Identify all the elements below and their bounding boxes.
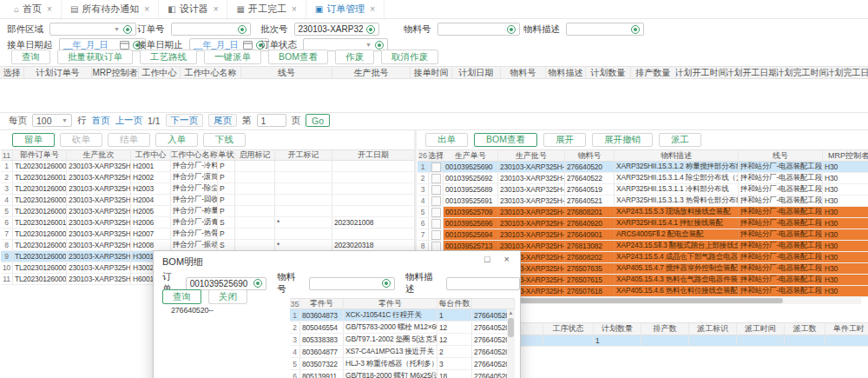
row-checkbox[interactable]	[431, 185, 441, 195]
modal-title: BOM明细	[162, 255, 203, 269]
close-icon[interactable]: ×	[504, 254, 510, 264]
modal-material-desc-input[interactable]	[446, 277, 520, 290]
per-page-select[interactable]: 100 ▼	[32, 114, 72, 127]
prev-page-link[interactable]: 上一页	[115, 115, 143, 127]
clear-icon[interactable]	[631, 25, 640, 34]
scroll-up-icon[interactable]: ▲	[509, 309, 514, 317]
table-row[interactable]: 7 TL202301260004 230103-XARP325H-1/3 H20…	[1, 229, 415, 240]
table-row[interactable]: 1 803604873 XCK-J10541C 行程开关 1 276640520	[290, 309, 515, 322]
clear-icon[interactable]	[507, 25, 516, 34]
cell-material-no: 276808202	[565, 252, 615, 262]
table-row[interactable]: 2 001039525692 230103-XARP325H-1/3 27664…	[418, 173, 868, 184]
nav-tab[interactable]: ▤ 所有待办通知 ×	[62, 0, 159, 18]
toolbar-button[interactable]: 一键派单	[204, 50, 261, 64]
toolbar-button[interactable]: 作废	[335, 50, 374, 64]
modal-close-button[interactable]: 关闭	[208, 289, 247, 304]
area-select[interactable]: ▼	[49, 23, 136, 36]
go-button[interactable]: Go	[306, 114, 330, 127]
left-action-button[interactable]: 下线	[203, 133, 246, 147]
left-action-button[interactable]: 结单	[108, 133, 150, 147]
maximize-icon[interactable]: □	[484, 254, 490, 264]
vertical-scrollbar[interactable]: ▲	[507, 309, 515, 378]
row-checkbox[interactable]	[431, 242, 441, 251]
modal-query-button[interactable]: 查询	[162, 289, 201, 304]
table-row[interactable]: 6 001039525696 230103-XARP325H-1/3 27664…	[418, 218, 868, 229]
nav-tab[interactable]: ◧ 设计器 ×	[159, 0, 227, 18]
table-row[interactable]: 6 805139911 GB/T818-2000 螺钉 M6x25(达克罗) 1…	[290, 370, 515, 378]
clear-icon[interactable]	[375, 41, 384, 50]
nav-tab[interactable]: ▣ 订单管理 ×	[306, 0, 385, 18]
row-checkbox[interactable]	[431, 219, 441, 229]
row-checkbox[interactable]	[431, 196, 441, 206]
tab-close-icon[interactable]: ×	[370, 4, 375, 14]
table-row[interactable]: 5 TL202301260006 230103-XARP325H-1/3 H20…	[1, 206, 415, 217]
right-action-button[interactable]: 展开	[543, 133, 586, 147]
row-checkbox[interactable]	[431, 230, 441, 240]
cell-order-status: S	[218, 217, 235, 228]
row-checkbox[interactable]	[431, 208, 441, 217]
cell-batch: 230103-XARP325H-1/3	[67, 240, 131, 250]
clear-icon[interactable]	[382, 279, 391, 288]
table-row[interactable]: 3 805338383 GB/T97.1-2002 垫圈 5(达克罗) 12 2…	[290, 334, 515, 346]
table-row[interactable]: 3 001039525689 230103-XARP325H-1/3 27664…	[418, 184, 868, 196]
table-row[interactable]: 2 TL202301260010 230103-XARP325H-1/3 H20…	[1, 172, 415, 183]
scrollbar-thumb[interactable]	[508, 318, 514, 337]
cell-row-no: 2	[1, 172, 13, 182]
table-row[interactable]: 3 TL202301260001 230103-XARP325H-1/3 H20…	[1, 183, 415, 195]
clear-icon[interactable]	[366, 25, 375, 34]
table-row[interactable]: 5 001039525709 230103-XARP325H-1/3 27680…	[418, 207, 868, 218]
cell-row-no: 1	[1, 161, 13, 171]
row-checkbox[interactable]	[431, 162, 441, 172]
first-page-link[interactable]: 首页	[92, 115, 110, 127]
chevron-down-icon[interactable]: ▼	[365, 42, 372, 48]
page-number-input[interactable]: 1	[257, 114, 286, 127]
table-row[interactable]: 4 803604877 XS7-C4A1MPG13 接近开关 2 2766405…	[290, 346, 515, 358]
material-no-input[interactable]	[437, 23, 520, 36]
chevron-down-icon[interactable]: ▼	[114, 26, 120, 32]
table-row[interactable]: 4 TL202301260003 230103-XARP325H-1/3 H20…	[1, 195, 415, 206]
right-action-button[interactable]: 出单	[425, 133, 468, 147]
table-row[interactable]: 5 803507322 HLJ-3 称重传感器（托利多） 3 276640520	[290, 358, 515, 370]
left-action-button[interactable]: 留单	[12, 133, 55, 147]
left-action-button[interactable]: 入单	[155, 133, 198, 147]
left-action-button[interactable]: 砍单	[60, 133, 102, 147]
tab-close-icon[interactable]: ×	[214, 4, 219, 14]
tab-close-icon[interactable]: ×	[47, 4, 52, 14]
cell-select	[429, 184, 444, 195]
table-row[interactable]: 1 001039525690 230103-XARP325H-1/3 27664…	[418, 162, 868, 173]
toolbar-button[interactable]: 批量获取订单	[57, 50, 133, 64]
right-action-button[interactable]: 展开撤销	[592, 133, 653, 147]
modal-material-input[interactable]	[309, 277, 395, 290]
row-checkbox[interactable]	[431, 174, 441, 183]
modal-order-input[interactable]: 001039525690	[186, 277, 267, 290]
last-page-button[interactable]: 尾页	[208, 114, 237, 127]
batch-no-input[interactable]: 230103-XARP325H-1/3	[294, 23, 379, 36]
cell-material-no: 276640519	[565, 184, 615, 195]
toolbar-button[interactable]: BOM查看	[268, 50, 328, 64]
table-row[interactable]: 6 TL202301260011 230103-XARP325H-1/3 H20…	[1, 217, 415, 229]
toolbar-button[interactable]: 查询	[11, 50, 50, 64]
table-row[interactable]: 1 TL202301260005 230103-XARP325H-1/3 H20…	[1, 161, 415, 172]
toolbar-button[interactable]: 工艺路线	[140, 50, 197, 64]
table-row[interactable]: 2 805046554 GB/T5783-2000 螺栓 M12×60(达克罗)…	[290, 322, 515, 334]
clear-icon[interactable]	[238, 25, 247, 34]
next-page-button[interactable]: 下一页	[166, 114, 204, 127]
tab-close-icon[interactable]: ×	[292, 4, 297, 14]
nav-tab[interactable]: ⌂ 首页 ×	[5, 0, 62, 18]
material-desc-input[interactable]	[566, 23, 644, 36]
clear-icon[interactable]	[253, 279, 262, 288]
bom-tree-node[interactable]: 276640520--	[171, 306, 214, 315]
right-action-button[interactable]: BOM查看	[474, 133, 537, 147]
calendar-icon[interactable]	[243, 41, 253, 50]
calendar-icon[interactable]	[120, 41, 129, 50]
table-row[interactable]: 4 001039525691 230103-XARP325H-1/3 27664…	[418, 196, 868, 207]
right-action-button[interactable]: 派工	[659, 133, 701, 147]
toolbar-button[interactable]: 取消作废	[381, 50, 438, 64]
nav-tab[interactable]: ▦ 开工完工 ×	[227, 0, 306, 18]
table-row[interactable]: 7 001039525694 230103-XARP325H-1/3 27664…	[418, 229, 868, 241]
order-no-input[interactable]	[171, 23, 251, 36]
cell-batch: 230103-XARP325H-1/3	[498, 173, 565, 183]
tab-close-icon[interactable]: ×	[144, 4, 149, 14]
clear-icon[interactable]	[123, 25, 132, 34]
tab-label: 订单管理	[326, 3, 365, 16]
